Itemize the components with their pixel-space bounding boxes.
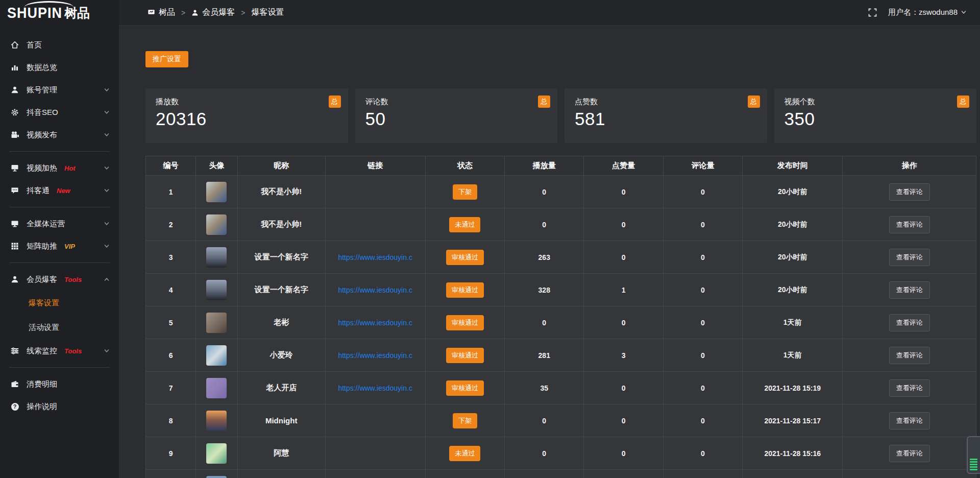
publish-time: 2021-11-28 15:17 [743, 404, 843, 437]
video-link[interactable]: https://www.iesdouyin.c [338, 286, 412, 294]
sidebar-item[interactable]: 数据总览 [0, 56, 119, 79]
view-comments-button[interactable]: 查看评论 [889, 314, 930, 331]
play-count: 263 [505, 241, 584, 274]
sidebar-item-label: 抖客通 [27, 186, 50, 196]
row-number: 3 [146, 241, 196, 274]
sidebar-item[interactable]: 全媒体运营 [0, 212, 119, 235]
video-link[interactable]: https://www.iesdouyin.c [338, 384, 412, 392]
total-badge: 总 [748, 95, 760, 108]
stat-value: 581 [575, 109, 757, 129]
view-comments-button[interactable]: 查看评论 [889, 249, 930, 266]
view-comments-button[interactable]: 查看评论 [889, 347, 930, 364]
bar-chart-icon [10, 63, 19, 71]
total-badge: 总 [538, 95, 550, 108]
app-logo: SHUPIN 树品 [0, 0, 119, 26]
sidebar-item[interactable]: 视频发布 [0, 124, 119, 146]
comment-count [663, 470, 742, 478]
sidebar-item[interactable]: 抖客通New [0, 179, 119, 202]
comment-count: 0 [663, 404, 742, 437]
sidebar-item-label: 线索监控 [27, 346, 57, 356]
fullscreen-icon[interactable] [868, 8, 877, 17]
view-comments-button[interactable]: 查看评论 [889, 412, 930, 429]
like-count [584, 470, 663, 478]
view-comments-button[interactable]: 查看评论 [889, 379, 930, 397]
battery-indicator-widget[interactable] [967, 436, 980, 474]
video-link[interactable]: https://www.iesdouyin.c [338, 253, 412, 261]
comment-count: 0 [663, 208, 742, 241]
sidebar-item[interactable]: 会员爆客Tools [0, 268, 119, 291]
stat-card-comments: 评论数 50 总 [355, 88, 558, 143]
chevron-down-icon [104, 109, 110, 115]
total-badge: 总 [329, 95, 341, 108]
sidebar-item[interactable]: ?操作说明 [0, 395, 119, 418]
view-comments-button[interactable]: 查看评论 [889, 216, 930, 233]
sidebar-item[interactable]: 视频加热Hot [0, 157, 119, 179]
column-header: 操作 [843, 156, 976, 176]
comment-count: 0 [663, 241, 742, 274]
sidebar-subitem[interactable]: 爆客设置 [0, 291, 119, 315]
publish-time: 20小时前 [743, 241, 843, 274]
screen-icon [10, 164, 19, 172]
nickname [237, 470, 325, 478]
like-count: 0 [584, 208, 663, 241]
video-camera-icon [10, 131, 19, 139]
video-link[interactable]: https://www.iesdouyin.c [338, 319, 412, 327]
sidebar-item[interactable]: 首页 [0, 34, 119, 56]
user-icon [10, 275, 19, 283]
publish-time: 20小时前 [743, 176, 843, 208]
view-comments-button[interactable]: 查看评论 [889, 183, 930, 201]
publish-time: 2021-11-28 15:16 [743, 437, 843, 470]
avatar [206, 247, 227, 268]
publish-time: 1天前 [743, 306, 843, 339]
question-icon: ? [10, 402, 19, 411]
row-number: 5 [146, 306, 196, 339]
table-body: 1我不是小帅!下架00020小时前查看评论2我不是小帅!未通过00020小时前查… [146, 176, 976, 478]
status-badge: 未通过 [449, 446, 480, 461]
row-number: 7 [146, 372, 196, 404]
breadcrumb-item[interactable]: 会员爆客 [191, 7, 235, 18]
monitor-icon [148, 9, 155, 16]
sidebar-item-label: 操作说明 [27, 402, 57, 412]
row-number [146, 470, 196, 478]
sidebar-item[interactable]: 线索监控Tools [0, 340, 119, 362]
sidebar-item-tag: New [57, 187, 70, 195]
view-comments-button[interactable]: 查看评论 [889, 281, 930, 299]
row-number: 9 [146, 437, 196, 470]
table-row: 5老彬https://www.iesdouyin.c审核通过0001天前查看评论 [146, 306, 976, 339]
sidebar-item[interactable]: 抖音SEO [0, 101, 119, 124]
comment-count: 0 [663, 176, 742, 208]
like-count: 0 [584, 404, 663, 437]
publish-time [743, 470, 843, 478]
sidebar-item-tag: VIP [64, 243, 75, 250]
chevron-down-icon [104, 243, 110, 249]
view-comments-button[interactable]: 查看评论 [889, 445, 930, 462]
username-label: 用户名：zswodun88 [888, 8, 958, 17]
like-count: 0 [584, 306, 663, 339]
sidebar-subitem[interactable]: 活动设置 [0, 315, 119, 340]
like-count: 0 [584, 241, 663, 274]
chevron-down-icon [104, 87, 110, 93]
video-link[interactable]: https://www.iesdouyin.c [338, 351, 412, 360]
table-row: 2我不是小帅!未通过00020小时前查看评论 [146, 208, 976, 241]
grid-icon [10, 242, 19, 250]
home-icon [10, 41, 19, 49]
nickname: Midnight [237, 404, 325, 437]
like-count: 0 [584, 372, 663, 404]
breadcrumb-item[interactable]: 爆客设置 [251, 7, 284, 18]
stat-label: 评论数 [365, 97, 548, 107]
monitor-icon [10, 220, 19, 228]
sidebar-item[interactable]: 矩阵助推VIP [0, 235, 119, 257]
avatar [206, 345, 227, 366]
status-badge: 审核通过 [446, 380, 484, 396]
column-header: 头像 [196, 156, 238, 176]
comment-count: 0 [663, 339, 742, 372]
breadcrumb-item[interactable]: 树品 [148, 7, 175, 18]
user-menu[interactable]: 用户名：zswodun88 [888, 8, 967, 17]
sidebar-item[interactable]: 消费明细 [0, 373, 119, 395]
promotion-settings-button[interactable]: 推广设置 [145, 51, 188, 67]
table-row: 4设置一个新名字https://www.iesdouyin.c审核通过32810… [146, 274, 976, 306]
sidebar-item[interactable]: 账号管理 [0, 79, 119, 101]
stat-cards: 播放数 20316 总 评论数 50 总 点赞数 581 总 视频个数 350 … [145, 88, 976, 143]
chevron-down-icon [104, 165, 110, 171]
table-row: 7老人开店https://www.iesdouyin.c审核通过35002021… [146, 372, 976, 404]
